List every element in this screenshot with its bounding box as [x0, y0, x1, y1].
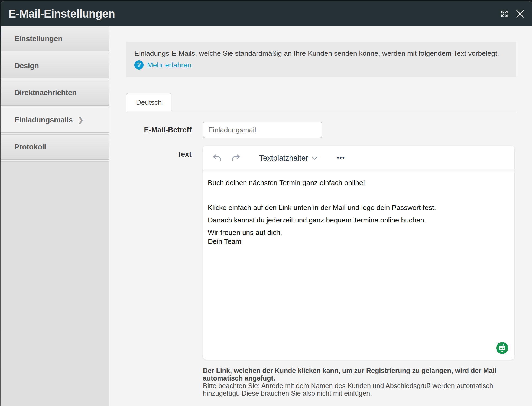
- footer-note-normal: Bitte beachten Sie: Anrede mit dem Namen…: [203, 382, 514, 397]
- window-controls: [497, 7, 527, 21]
- sidebar-item-design[interactable]: Design: [1, 53, 109, 78]
- editor-line: [208, 191, 510, 200]
- info-box: Einladungs-E-Mails, welche Sie standardm…: [126, 42, 516, 77]
- chevron-down-icon: [312, 155, 318, 161]
- text-placeholder-dropdown[interactable]: Textplatzhalter: [259, 154, 318, 162]
- editor-content[interactable]: Buch deinen nächsten Termin ganz einfach…: [203, 170, 514, 360]
- settings-sidebar: Einstellungen Design Direktnachrichten E…: [1, 26, 109, 406]
- text-placeholder-label: Textplatzhalter: [259, 154, 308, 162]
- sidebar-item-label: Einstellungen: [14, 34, 62, 43]
- redo-button[interactable]: [231, 153, 241, 163]
- settings-form: E-Mail-Betreff Text: [126, 122, 516, 397]
- undo-button[interactable]: [212, 153, 222, 163]
- subject-label: E-Mail-Betreff: [126, 126, 203, 134]
- page-title: E-Mail-Einstellungen: [8, 7, 497, 20]
- learn-more-link[interactable]: Mehr erfahren: [147, 61, 191, 70]
- sidebar-item-label: Design: [14, 61, 39, 70]
- main-content: Einladungs-E-Mails, welche Sie standardm…: [109, 26, 532, 406]
- sidebar-item-label: Einladungsmails: [14, 116, 73, 124]
- sidebar-item-protokoll[interactable]: Protokoll: [1, 134, 109, 160]
- footer-note: Der Link, welchen der Kunde klicken kann…: [203, 367, 514, 397]
- sidebar-filler: [1, 161, 109, 406]
- tab-deutsch[interactable]: Deutsch: [126, 93, 171, 111]
- dialog-body: Einstellungen Design Direktnachrichten E…: [1, 26, 532, 406]
- email-settings-dialog: E-Mail-Einstellungen: [1, 1, 532, 406]
- sidebar-item-label: Protokoll: [14, 143, 46, 151]
- sidebar-item-label: Direktnachrichten: [14, 89, 77, 97]
- editor-line: Wir freuen uns auf dich,: [208, 228, 510, 237]
- sidebar-item-einladungsmails[interactable]: Einladungsmails ❯: [1, 107, 109, 133]
- subject-input[interactable]: [203, 122, 322, 138]
- close-button[interactable]: [513, 7, 527, 21]
- text-label: Text: [126, 146, 203, 159]
- info-text: Einladungs-E-Mails, welche Sie standardm…: [134, 49, 508, 58]
- editor-line: Klicke einfach auf den Link unten in der…: [208, 203, 510, 212]
- close-icon: [513, 7, 527, 21]
- help-icon[interactable]: ?: [134, 60, 144, 70]
- grammar-checker-button[interactable]: [496, 342, 508, 354]
- sidebar-item-einstellungen[interactable]: Einstellungen: [1, 26, 109, 51]
- richtext-editor: Textplatzhalter •••: [203, 146, 514, 360]
- editor-line: Buch deinen nächsten Termin ganz einfach…: [208, 178, 510, 187]
- editor-line: Danach kannst du jederzeit und ganz bequ…: [208, 216, 510, 225]
- expand-icon: [498, 8, 511, 20]
- footer-note-bold: Der Link, welchen der Kunde klicken kann…: [203, 367, 514, 382]
- titlebar: E-Mail-Einstellungen: [1, 1, 532, 26]
- sidebar-item-direktnachrichten[interactable]: Direktnachrichten: [1, 80, 109, 106]
- robot-icon: [496, 342, 508, 354]
- more-options-button[interactable]: •••: [337, 154, 345, 162]
- redo-icon: [231, 153, 241, 163]
- undo-icon: [212, 153, 222, 163]
- editor-toolbar: Textplatzhalter •••: [203, 146, 514, 170]
- editor-line: Dein Team: [208, 237, 510, 246]
- chevron-right-icon: ❯: [78, 116, 83, 124]
- language-tabs: Deutsch: [126, 93, 516, 111]
- fullscreen-button[interactable]: [497, 7, 511, 21]
- more-options-icon: •••: [337, 154, 345, 162]
